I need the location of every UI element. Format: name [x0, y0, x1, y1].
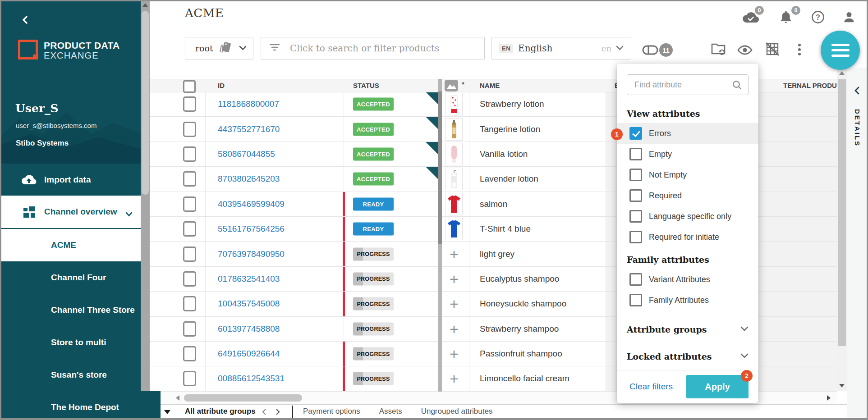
section-attribute-groups[interactable]: Attribute groups — [617, 316, 758, 343]
product-thumbnail[interactable] — [445, 93, 463, 115]
row-id-link[interactable]: 40395469599409 — [218, 199, 285, 209]
row-checkbox[interactable] — [183, 271, 196, 287]
row-checkbox[interactable] — [183, 321, 196, 337]
checkbox-checked[interactable] — [629, 127, 642, 140]
filter-option-variant-attributes[interactable]: Variant Attributes — [617, 269, 758, 290]
add-image-button[interactable]: + — [450, 296, 459, 311]
scroll-left-arrow[interactable] — [176, 395, 179, 401]
tab-all-attribute-groups[interactable]: All attribute groups — [185, 407, 256, 416]
column-toggle-button[interactable] — [642, 45, 658, 57]
tab-scroll-right-icon[interactable] — [275, 408, 280, 417]
find-attribute-input[interactable] — [627, 80, 748, 90]
grid-off-button[interactable] — [765, 41, 780, 59]
search-input[interactable] — [289, 42, 484, 54]
row-checkbox[interactable] — [183, 346, 196, 361]
row-checkbox[interactable] — [183, 371, 196, 386]
more-options-button[interactable] — [797, 43, 802, 59]
add-image-button[interactable]: + — [450, 321, 459, 337]
add-image-button[interactable]: + — [450, 247, 459, 262]
row-id-link[interactable]: 1181868800007 — [218, 99, 279, 109]
checkbox[interactable] — [629, 210, 642, 223]
scroll-right-arrow[interactable] — [827, 395, 831, 401]
scroll-up-arrow[interactable] — [839, 71, 845, 75]
splitter-scrollbar-thumb[interactable] — [438, 91, 442, 244]
frozen-column-splitter[interactable] — [438, 79, 442, 392]
clear-filters-link[interactable]: Clear filters — [629, 382, 673, 392]
checkbox[interactable] — [629, 231, 642, 243]
scroll-down-arrow[interactable] — [839, 384, 845, 388]
product-thumbnail[interactable] — [445, 218, 463, 240]
scroll-up-arrow[interactable] — [142, 3, 148, 7]
chevron-left-icon[interactable] — [854, 87, 860, 96]
scrollbar-thumb[interactable] — [142, 11, 149, 195]
add-image-button[interactable]: + — [450, 371, 459, 386]
folder-sync-button[interactable] — [711, 42, 726, 58]
row-checkbox[interactable] — [183, 96, 196, 112]
find-attribute-search[interactable] — [627, 74, 749, 95]
filter-option-errors[interactable]: Errors — [617, 123, 758, 144]
account-button[interactable] — [842, 10, 856, 26]
column-header-status[interactable]: STATUS — [353, 82, 379, 89]
product-thumbnail[interactable] — [445, 143, 463, 165]
section-locked-attributes[interactable]: Locked attributes — [617, 343, 758, 370]
row-checkbox[interactable] — [183, 247, 196, 262]
filter-option-required[interactable]: Required — [617, 185, 758, 206]
collapse-sidebar-button[interactable] — [21, 15, 29, 26]
column-header-id[interactable]: ID — [218, 82, 225, 89]
row-id-link[interactable]: 6491650926644 — [218, 349, 280, 359]
tab-scroll-left-icon[interactable] — [262, 408, 267, 417]
language-select[interactable]: EN English en — [491, 37, 631, 59]
select-all-checkbox[interactable] — [183, 80, 196, 93]
row-id-link[interactable]: 55161767564256 — [218, 224, 285, 234]
sidebar-channel-the-home-depot[interactable]: The Home Depot — [0, 391, 141, 420]
row-checkbox[interactable] — [183, 221, 196, 237]
checkbox[interactable] — [629, 189, 642, 202]
checkbox[interactable] — [629, 273, 642, 286]
row-id-link[interactable]: 580867044855 — [218, 149, 275, 159]
add-image-button[interactable]: + — [450, 271, 459, 287]
notifications-button[interactable] — [780, 10, 792, 25]
sidebar-item-import-data[interactable]: Import data — [0, 164, 141, 196]
checkbox[interactable] — [629, 169, 642, 181]
tab-payment-options[interactable]: Payment options — [303, 407, 360, 416]
filter-option-required-for-initiate[interactable]: Required for initiate — [617, 227, 758, 247]
tab-assets[interactable]: Assets — [379, 407, 402, 416]
scrollbar-thumb[interactable] — [838, 79, 846, 346]
filter-option-family-attributes[interactable]: Family Attributes — [617, 290, 758, 310]
row-id-link[interactable]: 00885612543531 — [218, 374, 285, 383]
details-panel-collapsed[interactable]: DETAILS — [847, 68, 867, 418]
filter-option-empty[interactable]: Empty — [617, 144, 758, 164]
tab-overflow-caret[interactable] — [164, 410, 170, 414]
column-header-name[interactable]: NAME — [480, 82, 500, 89]
row-checkbox[interactable] — [183, 296, 196, 311]
row-id-link[interactable]: 1004357545008 — [218, 299, 280, 309]
image-column-icon[interactable] — [445, 80, 458, 93]
row-id-link[interactable]: 70763978490950 — [218, 249, 285, 259]
tab-ungrouped-attributes[interactable]: Ungrouped attributes — [421, 407, 493, 416]
checkbox[interactable] — [629, 148, 642, 160]
apply-button[interactable]: Apply 2 — [686, 375, 749, 398]
help-button[interactable]: ? — [811, 10, 825, 26]
scrollbar-thumb[interactable] — [184, 394, 302, 402]
hierarchy-root-select[interactable]: root — [185, 37, 253, 59]
sidebar-channel-channel-three-store[interactable]: Channel Three Store — [0, 294, 141, 326]
add-image-button[interactable]: + — [450, 346, 459, 361]
row-checkbox[interactable] — [183, 146, 196, 162]
product-thumbnail[interactable] — [445, 118, 463, 141]
checkbox[interactable] — [629, 294, 642, 306]
row-id-link[interactable]: 6013977458808 — [218, 324, 280, 334]
product-search[interactable] — [261, 37, 485, 59]
sidebar-channel-channel-four[interactable]: Channel Four — [0, 261, 141, 294]
row-id-link[interactable]: 4437552771670 — [218, 124, 280, 134]
sidebar-channel-acme[interactable]: ACME — [0, 229, 141, 261]
filter-option-not-empty[interactable]: Not Empty — [617, 164, 758, 185]
sidebar-item-channel-overview[interactable]: Channel overview — [0, 196, 141, 228]
main-menu-fab[interactable] — [821, 31, 860, 70]
filter-option-language-specific-only[interactable]: Language specific only — [617, 206, 758, 227]
sidebar-channel-susan-s-store[interactable]: Susan's store — [0, 359, 141, 391]
row-checkbox[interactable] — [183, 171, 196, 187]
sidebar-scrollbar[interactable] — [141, 0, 150, 418]
product-thumbnail[interactable] — [445, 168, 463, 190]
row-checkbox[interactable] — [183, 196, 196, 212]
table-vertical-scrollbar[interactable] — [837, 68, 847, 391]
